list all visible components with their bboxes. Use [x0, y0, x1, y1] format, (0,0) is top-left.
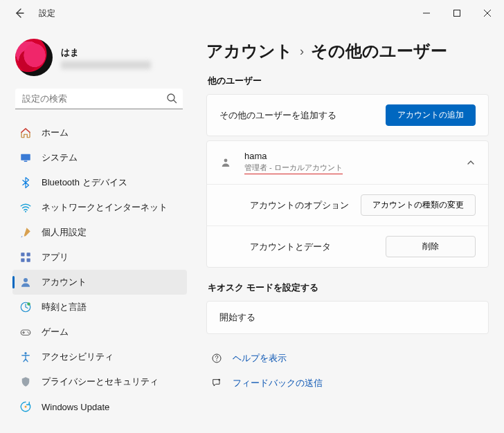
svg-point-14: [28, 333, 30, 334]
close-icon: [484, 10, 491, 17]
bluetooth-icon: [19, 176, 32, 189]
access-icon: [19, 351, 32, 363]
svg-rect-8: [27, 259, 30, 262]
sidebar-item-label: システム: [42, 151, 78, 164]
update-icon: [19, 400, 32, 413]
add-other-user-text: その他のユーザーを追加する: [219, 109, 336, 122]
svg-point-13: [27, 331, 28, 333]
account-options-label: アカウントのオプション: [219, 199, 349, 212]
section-kiosk-label: キオスク モードを設定する: [208, 282, 489, 294]
kiosk-card[interactable]: 開始する: [206, 301, 489, 334]
sidebar-item-home[interactable]: ホーム: [12, 120, 187, 145]
section-other-users-label: 他のユーザー: [208, 75, 489, 87]
brush-icon: [19, 226, 32, 239]
search-box[interactable]: [15, 89, 183, 109]
sidebar-item-account[interactable]: アカウント: [12, 270, 187, 295]
minimize-button[interactable]: [411, 2, 442, 24]
game-icon: [19, 326, 32, 338]
system-icon: [19, 151, 32, 164]
change-account-type-button[interactable]: アカウントの種類の変更: [361, 194, 476, 216]
svg-rect-7: [21, 259, 24, 262]
sidebar-item-game[interactable]: ゲーム: [12, 320, 187, 344]
sidebar-item-update[interactable]: Windows Update: [12, 394, 187, 419]
svg-point-20: [218, 379, 220, 381]
profile-block[interactable]: はま: [12, 36, 187, 87]
feedback-icon: [210, 378, 223, 389]
svg-point-1: [168, 94, 174, 101]
svg-point-17: [224, 159, 228, 163]
svg-point-15: [24, 352, 26, 354]
main-content: アカウント › その他のユーザー 他のユーザー その他のユーザーを追加する アカ…: [194, 26, 504, 433]
sidebar-item-system[interactable]: システム: [12, 145, 187, 170]
delete-account-button[interactable]: 削除: [386, 236, 476, 257]
arrow-left-icon: [14, 8, 25, 19]
sidebar-item-privacy[interactable]: プライバシーとセキュリティ: [12, 369, 187, 394]
user-subtitle: 管理者 - ローカルアカウント: [244, 163, 343, 174]
search-icon: [166, 93, 177, 104]
sidebar-item-label: ゲーム: [42, 326, 69, 338]
sidebar-item-label: Bluetooth とデバイス: [42, 176, 127, 189]
help-icon: [210, 353, 223, 364]
account-options-row: アカウントのオプション アカウントの種類の変更: [207, 184, 488, 225]
sidebar-item-label: 個人用設定: [42, 226, 87, 239]
back-button[interactable]: [11, 5, 28, 21]
add-user-card: その他のユーザーを追加する アカウントの追加: [206, 94, 489, 136]
apps-icon: [19, 251, 32, 264]
breadcrumb-current: その他のユーザー: [311, 40, 447, 62]
sidebar-item-time[interactable]: 時刻と言語: [12, 295, 187, 320]
feedback-link[interactable]: フィードバックの送信: [206, 373, 489, 394]
time-icon: [19, 301, 32, 313]
add-account-button[interactable]: アカウントの追加: [386, 104, 476, 126]
sidebar-item-access[interactable]: アクセシビリティ: [12, 344, 187, 369]
feedback-link-text[interactable]: フィードバックの送信: [233, 377, 323, 389]
close-button[interactable]: [472, 2, 503, 24]
svg-rect-0: [454, 10, 460, 17]
sidebar-item-label: ネットワークとインターネット: [42, 201, 168, 214]
title-bar: 設定: [0, 0, 504, 26]
privacy-icon: [19, 376, 32, 388]
svg-point-9: [24, 278, 28, 282]
nav-list: ホームシステムBluetooth とデバイスネットワークとインターネット個人用設…: [12, 120, 187, 426]
person-icon: [219, 156, 232, 169]
svg-rect-6: [27, 252, 30, 256]
user-header-row[interactable]: hama 管理者 - ローカルアカウント: [207, 141, 488, 184]
user-name: hama: [244, 151, 343, 161]
svg-point-11: [27, 302, 30, 306]
sidebar-item-bluetooth[interactable]: Bluetooth とデバイス: [12, 170, 187, 195]
sidebar-item-brush[interactable]: 個人用設定: [12, 220, 187, 245]
search-input[interactable]: [15, 89, 183, 109]
kiosk-start-text: 開始する: [219, 311, 255, 324]
breadcrumb-parent[interactable]: アカウント: [206, 40, 293, 62]
sidebar-item-label: Windows Update: [42, 402, 109, 412]
help-link-text[interactable]: ヘルプを表示: [233, 352, 287, 365]
profile-email: [61, 61, 151, 69]
sidebar-item-label: アクセシビリティ: [42, 351, 114, 363]
sidebar-item-label: アカウント: [42, 276, 87, 288]
minimize-icon: [423, 10, 430, 17]
sidebar-item-label: ホーム: [42, 127, 69, 139]
sidebar-item-label: アプリ: [42, 251, 69, 264]
maximize-icon: [453, 10, 460, 17]
sidebar-item-apps[interactable]: アプリ: [12, 245, 187, 270]
window-title: 設定: [39, 8, 55, 19]
profile-name: はま: [61, 46, 151, 59]
breadcrumb: アカウント › その他のユーザー: [206, 40, 489, 62]
sidebar-item-label: プライバシーとセキュリティ: [42, 376, 159, 388]
sidebar-item-network[interactable]: ネットワークとインターネット: [12, 195, 187, 220]
account-icon: [19, 276, 32, 288]
home-icon: [19, 127, 32, 139]
account-data-label: アカウントとデータ: [219, 241, 331, 253]
help-link[interactable]: ヘルプを表示: [206, 348, 489, 369]
svg-rect-5: [21, 252, 24, 256]
maximize-button[interactable]: [442, 2, 472, 24]
svg-rect-3: [24, 161, 28, 163]
network-icon: [19, 201, 32, 214]
user-card: hama 管理者 - ローカルアカウント アカウントのオプション アカウントの種…: [206, 140, 489, 268]
svg-point-16: [25, 406, 27, 408]
avatar: [15, 39, 53, 76]
chevron-up-icon: [466, 158, 476, 167]
sidebar-item-label: 時刻と言語: [42, 301, 87, 313]
sidebar: はま ホームシステムBluetooth とデバイスネットワークとインターネット個…: [0, 26, 194, 433]
svg-point-4: [25, 211, 26, 212]
svg-point-19: [216, 360, 217, 360]
